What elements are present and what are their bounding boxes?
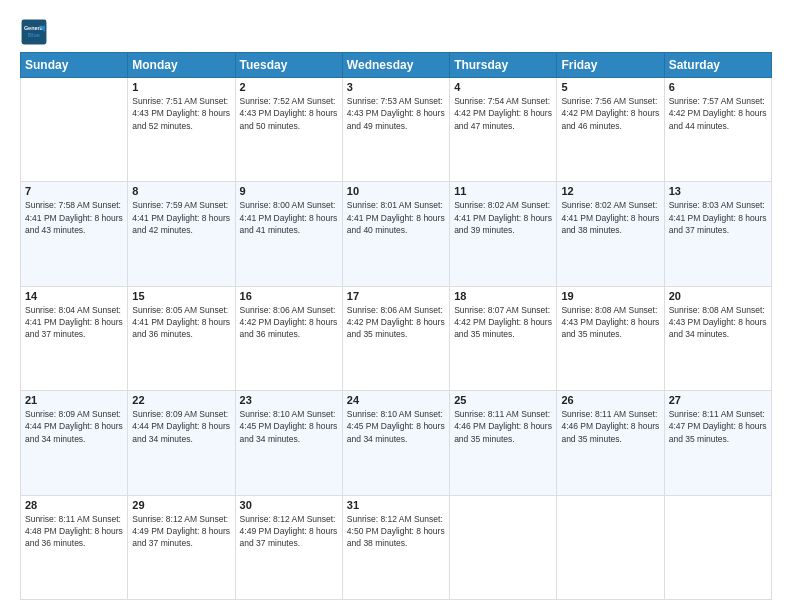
- logo-icon: General Blue: [20, 18, 48, 46]
- calendar-cell: 3Sunrise: 7:53 AM Sunset: 4:43 PM Daylig…: [342, 78, 449, 182]
- day-number: 5: [561, 81, 659, 93]
- day-info: Sunrise: 8:09 AM Sunset: 4:44 PM Dayligh…: [132, 408, 230, 445]
- day-number: 4: [454, 81, 552, 93]
- header: General Blue: [20, 18, 772, 46]
- calendar-cell: 18Sunrise: 8:07 AM Sunset: 4:42 PM Dayli…: [450, 286, 557, 390]
- day-info: Sunrise: 8:12 AM Sunset: 4:50 PM Dayligh…: [347, 513, 445, 550]
- day-info: Sunrise: 8:10 AM Sunset: 4:45 PM Dayligh…: [240, 408, 338, 445]
- day-number: 14: [25, 290, 123, 302]
- day-info: Sunrise: 8:06 AM Sunset: 4:42 PM Dayligh…: [347, 304, 445, 341]
- day-info: Sunrise: 8:11 AM Sunset: 4:46 PM Dayligh…: [561, 408, 659, 445]
- day-number: 20: [669, 290, 767, 302]
- day-number: 16: [240, 290, 338, 302]
- weekday-header-monday: Monday: [128, 53, 235, 78]
- day-info: Sunrise: 7:57 AM Sunset: 4:42 PM Dayligh…: [669, 95, 767, 132]
- calendar-cell: 16Sunrise: 8:06 AM Sunset: 4:42 PM Dayli…: [235, 286, 342, 390]
- day-number: 18: [454, 290, 552, 302]
- day-number: 22: [132, 394, 230, 406]
- day-info: Sunrise: 8:10 AM Sunset: 4:45 PM Dayligh…: [347, 408, 445, 445]
- weekday-header-saturday: Saturday: [664, 53, 771, 78]
- day-number: 28: [25, 499, 123, 511]
- calendar-cell: 19Sunrise: 8:08 AM Sunset: 4:43 PM Dayli…: [557, 286, 664, 390]
- day-info: Sunrise: 8:11 AM Sunset: 4:47 PM Dayligh…: [669, 408, 767, 445]
- day-info: Sunrise: 7:56 AM Sunset: 4:42 PM Dayligh…: [561, 95, 659, 132]
- calendar-week-5: 28Sunrise: 8:11 AM Sunset: 4:48 PM Dayli…: [21, 495, 772, 599]
- weekday-header-tuesday: Tuesday: [235, 53, 342, 78]
- day-info: Sunrise: 7:54 AM Sunset: 4:42 PM Dayligh…: [454, 95, 552, 132]
- calendar-cell: 13Sunrise: 8:03 AM Sunset: 4:41 PM Dayli…: [664, 182, 771, 286]
- calendar-cell: 20Sunrise: 8:08 AM Sunset: 4:43 PM Dayli…: [664, 286, 771, 390]
- day-number: 25: [454, 394, 552, 406]
- calendar-cell: 30Sunrise: 8:12 AM Sunset: 4:49 PM Dayli…: [235, 495, 342, 599]
- calendar-cell: 27Sunrise: 8:11 AM Sunset: 4:47 PM Dayli…: [664, 391, 771, 495]
- day-number: 31: [347, 499, 445, 511]
- day-number: 23: [240, 394, 338, 406]
- day-info: Sunrise: 8:08 AM Sunset: 4:43 PM Dayligh…: [561, 304, 659, 341]
- day-info: Sunrise: 7:59 AM Sunset: 4:41 PM Dayligh…: [132, 199, 230, 236]
- weekday-header-sunday: Sunday: [21, 53, 128, 78]
- day-number: 6: [669, 81, 767, 93]
- day-number: 27: [669, 394, 767, 406]
- calendar-cell: [21, 78, 128, 182]
- day-number: 1: [132, 81, 230, 93]
- day-info: Sunrise: 8:08 AM Sunset: 4:43 PM Dayligh…: [669, 304, 767, 341]
- calendar-cell: 9Sunrise: 8:00 AM Sunset: 4:41 PM Daylig…: [235, 182, 342, 286]
- day-number: 17: [347, 290, 445, 302]
- day-info: Sunrise: 8:03 AM Sunset: 4:41 PM Dayligh…: [669, 199, 767, 236]
- calendar-cell: 14Sunrise: 8:04 AM Sunset: 4:41 PM Dayli…: [21, 286, 128, 390]
- calendar-cell: 25Sunrise: 8:11 AM Sunset: 4:46 PM Dayli…: [450, 391, 557, 495]
- day-number: 11: [454, 185, 552, 197]
- calendar-week-4: 21Sunrise: 8:09 AM Sunset: 4:44 PM Dayli…: [21, 391, 772, 495]
- calendar-header-row: SundayMondayTuesdayWednesdayThursdayFrid…: [21, 53, 772, 78]
- day-info: Sunrise: 8:05 AM Sunset: 4:41 PM Dayligh…: [132, 304, 230, 341]
- day-number: 2: [240, 81, 338, 93]
- day-info: Sunrise: 8:11 AM Sunset: 4:46 PM Dayligh…: [454, 408, 552, 445]
- day-info: Sunrise: 8:09 AM Sunset: 4:44 PM Dayligh…: [25, 408, 123, 445]
- day-info: Sunrise: 8:06 AM Sunset: 4:42 PM Dayligh…: [240, 304, 338, 341]
- calendar-cell: 10Sunrise: 8:01 AM Sunset: 4:41 PM Dayli…: [342, 182, 449, 286]
- day-number: 26: [561, 394, 659, 406]
- calendar-cell: 28Sunrise: 8:11 AM Sunset: 4:48 PM Dayli…: [21, 495, 128, 599]
- day-number: 30: [240, 499, 338, 511]
- day-number: 29: [132, 499, 230, 511]
- calendar-cell: 26Sunrise: 8:11 AM Sunset: 4:46 PM Dayli…: [557, 391, 664, 495]
- day-info: Sunrise: 8:11 AM Sunset: 4:48 PM Dayligh…: [25, 513, 123, 550]
- day-info: Sunrise: 8:02 AM Sunset: 4:41 PM Dayligh…: [561, 199, 659, 236]
- calendar-cell: [557, 495, 664, 599]
- calendar-cell: 11Sunrise: 8:02 AM Sunset: 4:41 PM Dayli…: [450, 182, 557, 286]
- calendar-week-3: 14Sunrise: 8:04 AM Sunset: 4:41 PM Dayli…: [21, 286, 772, 390]
- calendar-cell: 17Sunrise: 8:06 AM Sunset: 4:42 PM Dayli…: [342, 286, 449, 390]
- day-info: Sunrise: 8:07 AM Sunset: 4:42 PM Dayligh…: [454, 304, 552, 341]
- day-number: 9: [240, 185, 338, 197]
- calendar-cell: 8Sunrise: 7:59 AM Sunset: 4:41 PM Daylig…: [128, 182, 235, 286]
- calendar-cell: 2Sunrise: 7:52 AM Sunset: 4:43 PM Daylig…: [235, 78, 342, 182]
- day-info: Sunrise: 7:52 AM Sunset: 4:43 PM Dayligh…: [240, 95, 338, 132]
- calendar-cell: 7Sunrise: 7:58 AM Sunset: 4:41 PM Daylig…: [21, 182, 128, 286]
- calendar-cell: 29Sunrise: 8:12 AM Sunset: 4:49 PM Dayli…: [128, 495, 235, 599]
- calendar-cell: 24Sunrise: 8:10 AM Sunset: 4:45 PM Dayli…: [342, 391, 449, 495]
- day-number: 10: [347, 185, 445, 197]
- calendar-week-1: 1Sunrise: 7:51 AM Sunset: 4:43 PM Daylig…: [21, 78, 772, 182]
- svg-text:Blue: Blue: [28, 32, 40, 38]
- logo: General Blue: [20, 18, 52, 46]
- calendar-cell: 22Sunrise: 8:09 AM Sunset: 4:44 PM Dayli…: [128, 391, 235, 495]
- calendar-cell: 4Sunrise: 7:54 AM Sunset: 4:42 PM Daylig…: [450, 78, 557, 182]
- calendar-cell: 12Sunrise: 8:02 AM Sunset: 4:41 PM Dayli…: [557, 182, 664, 286]
- weekday-header-thursday: Thursday: [450, 53, 557, 78]
- calendar-table: SundayMondayTuesdayWednesdayThursdayFrid…: [20, 52, 772, 600]
- calendar-cell: 1Sunrise: 7:51 AM Sunset: 4:43 PM Daylig…: [128, 78, 235, 182]
- day-number: 19: [561, 290, 659, 302]
- calendar-cell: 31Sunrise: 8:12 AM Sunset: 4:50 PM Dayli…: [342, 495, 449, 599]
- calendar-cell: 15Sunrise: 8:05 AM Sunset: 4:41 PM Dayli…: [128, 286, 235, 390]
- calendar-week-2: 7Sunrise: 7:58 AM Sunset: 4:41 PM Daylig…: [21, 182, 772, 286]
- day-info: Sunrise: 8:00 AM Sunset: 4:41 PM Dayligh…: [240, 199, 338, 236]
- day-info: Sunrise: 8:02 AM Sunset: 4:41 PM Dayligh…: [454, 199, 552, 236]
- day-number: 15: [132, 290, 230, 302]
- day-number: 24: [347, 394, 445, 406]
- calendar-cell: [450, 495, 557, 599]
- day-info: Sunrise: 8:01 AM Sunset: 4:41 PM Dayligh…: [347, 199, 445, 236]
- day-number: 7: [25, 185, 123, 197]
- day-info: Sunrise: 8:12 AM Sunset: 4:49 PM Dayligh…: [240, 513, 338, 550]
- day-info: Sunrise: 7:51 AM Sunset: 4:43 PM Dayligh…: [132, 95, 230, 132]
- day-info: Sunrise: 8:04 AM Sunset: 4:41 PM Dayligh…: [25, 304, 123, 341]
